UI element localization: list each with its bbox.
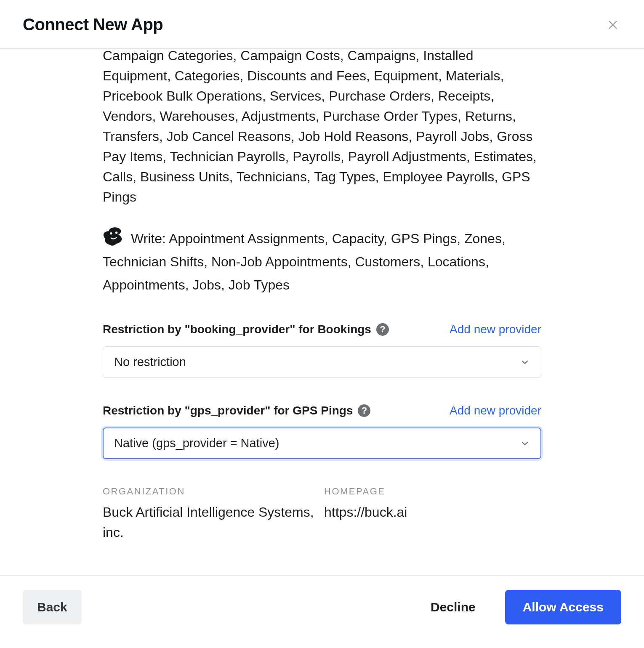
write-icon xyxy=(103,226,127,247)
modal-body: Campaign Categories, Campaign Costs, Cam… xyxy=(0,49,644,575)
chevron-down-icon xyxy=(520,357,530,367)
back-button[interactable]: Back xyxy=(23,590,82,624)
modal-header: Connect New App xyxy=(0,0,644,49)
close-icon xyxy=(607,26,619,32)
content-column: Campaign Categories, Campaign Costs, Cam… xyxy=(103,49,541,575)
help-icon[interactable]: ? xyxy=(358,404,370,417)
app-info-grid: ORGANIZATION Buck Artificial Intelligenc… xyxy=(103,486,541,542)
gps-restriction-section: Restriction by "gps_provider" for GPS Pi… xyxy=(103,404,541,459)
help-icon[interactable]: ? xyxy=(376,323,389,336)
gps-provider-selected: Native (gps_provider = Native) xyxy=(114,436,279,450)
write-label: Write: xyxy=(131,231,166,246)
homepage-block: HOMEPAGE https://buck.ai xyxy=(324,486,541,542)
write-permissions-block: Write: Appointment Assignments, Capacity… xyxy=(103,226,541,297)
allow-access-button[interactable]: Allow Access xyxy=(505,590,621,624)
organization-value: Buck Artificial Intelligence Systems, in… xyxy=(103,502,320,542)
homepage-value: https://buck.ai xyxy=(324,502,541,522)
organization-block: ORGANIZATION Buck Artificial Intelligenc… xyxy=(103,486,320,542)
booking-provider-selected: No restriction xyxy=(114,355,186,369)
chevron-down-icon xyxy=(520,438,530,449)
modal-footer: Back Decline Allow Access xyxy=(0,575,644,648)
homepage-label: HOMEPAGE xyxy=(324,486,541,497)
booking-label-wrap: Restriction by "booking_provider" for Bo… xyxy=(103,323,389,336)
organization-label: ORGANIZATION xyxy=(103,486,320,497)
gps-restriction-header: Restriction by "gps_provider" for GPS Pi… xyxy=(103,404,541,417)
booking-restriction-label: Restriction by "booking_provider" for Bo… xyxy=(103,323,371,336)
add-booking-provider-link[interactable]: Add new provider xyxy=(450,323,541,336)
gps-restriction-label: Restriction by "gps_provider" for GPS Pi… xyxy=(103,404,353,417)
connect-app-modal: Connect New App Campaign Categories, Cam… xyxy=(0,0,644,648)
svg-point-3 xyxy=(115,231,117,234)
page-title: Connect New App xyxy=(23,15,163,34)
decline-button[interactable]: Decline xyxy=(426,590,481,624)
add-gps-provider-link[interactable]: Add new provider xyxy=(450,404,541,417)
gps-label-wrap: Restriction by "gps_provider" for GPS Pi… xyxy=(103,404,370,417)
booking-provider-select[interactable]: No restriction xyxy=(103,346,541,378)
booking-restriction-header: Restriction by "booking_provider" for Bo… xyxy=(103,323,541,336)
svg-point-2 xyxy=(110,232,112,234)
gps-provider-select[interactable]: Native (gps_provider = Native) xyxy=(103,428,541,459)
close-button[interactable] xyxy=(604,16,621,33)
booking-restriction-section: Restriction by "booking_provider" for Bo… xyxy=(103,323,541,378)
footer-actions: Decline Allow Access xyxy=(426,590,621,624)
read-permissions-text: Campaign Categories, Campaign Costs, Cam… xyxy=(103,49,541,207)
